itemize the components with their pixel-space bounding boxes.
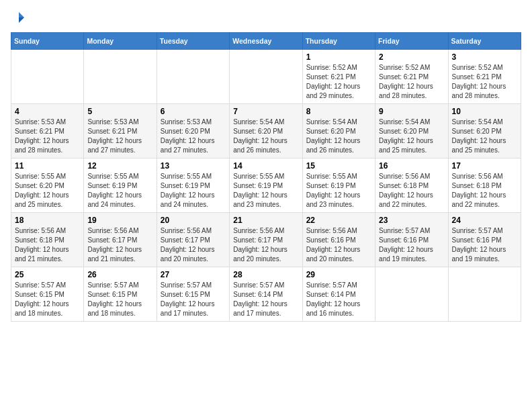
day-info: Sunrise: 5:56 AMSunset: 6:17 PMDaylight:… [87,226,152,264]
day-cell: 6Sunrise: 5:53 AMSunset: 6:20 PMDaylight… [157,104,229,158]
week-row-5: 25Sunrise: 5:57 AMSunset: 6:15 PMDayligh… [11,267,521,322]
week-row-1: 1Sunrise: 5:52 AMSunset: 6:21 PMDaylight… [11,50,521,104]
week-row-4: 18Sunrise: 5:56 AMSunset: 6:18 PMDayligh… [11,213,521,267]
day-info: Sunrise: 5:57 AMSunset: 6:15 PMDaylight:… [15,281,80,318]
day-cell: 8Sunrise: 5:54 AMSunset: 6:20 PMDaylight… [302,104,375,158]
weekday-header-saturday: Saturday [448,33,521,50]
day-number: 29 [306,270,371,279]
day-cell: 3Sunrise: 5:52 AMSunset: 6:21 PMDaylight… [448,50,521,104]
day-cell: 17Sunrise: 5:56 AMSunset: 6:18 PMDayligh… [448,158,521,213]
day-info: Sunrise: 5:57 AMSunset: 6:16 PMDaylight:… [452,226,517,264]
day-info: Sunrise: 5:56 AMSunset: 6:16 PMDaylight:… [306,226,371,264]
day-info: Sunrise: 5:53 AMSunset: 6:21 PMDaylight:… [87,118,152,155]
weekday-header-monday: Monday [84,33,157,50]
day-cell: 28Sunrise: 5:57 AMSunset: 6:14 PMDayligh… [230,267,302,322]
day-number: 1 [306,52,371,62]
day-info: Sunrise: 5:52 AMSunset: 6:21 PMDaylight:… [306,63,371,101]
day-cell: 26Sunrise: 5:57 AMSunset: 6:15 PMDayligh… [84,267,157,322]
day-number: 28 [233,270,298,279]
calendar-table: SundayMondayTuesdayWednesdayThursdayFrid… [11,32,521,322]
day-info: Sunrise: 5:53 AMSunset: 6:20 PMDaylight:… [161,118,226,155]
day-cell: 25Sunrise: 5:57 AMSunset: 6:15 PMDayligh… [11,267,84,322]
day-cell: 2Sunrise: 5:52 AMSunset: 6:21 PMDaylight… [375,50,448,104]
day-number: 9 [379,107,444,116]
day-number: 5 [87,107,152,116]
day-number: 25 [15,270,80,279]
day-info: Sunrise: 5:55 AMSunset: 6:19 PMDaylight:… [161,172,226,210]
day-number: 14 [233,161,298,171]
day-info: Sunrise: 5:57 AMSunset: 6:16 PMDaylight:… [379,226,444,264]
day-info: Sunrise: 5:55 AMSunset: 6:19 PMDaylight:… [306,172,371,210]
day-info: Sunrise: 5:56 AMSunset: 6:18 PMDaylight:… [379,172,444,210]
day-number: 21 [233,216,298,225]
logo-icon [12,11,26,24]
day-number: 27 [161,270,226,279]
day-cell: 24Sunrise: 5:57 AMSunset: 6:16 PMDayligh… [448,213,521,267]
day-number: 18 [15,216,80,225]
day-number: 2 [379,52,444,62]
day-info: Sunrise: 5:57 AMSunset: 6:14 PMDaylight:… [233,281,298,318]
day-number: 19 [87,216,152,225]
day-cell: 13Sunrise: 5:55 AMSunset: 6:19 PMDayligh… [157,158,229,213]
day-cell: 10Sunrise: 5:54 AMSunset: 6:20 PMDayligh… [448,104,521,158]
day-cell: 16Sunrise: 5:56 AMSunset: 6:18 PMDayligh… [375,158,448,213]
day-number: 4 [15,107,80,116]
week-row-2: 4Sunrise: 5:53 AMSunset: 6:21 PMDaylight… [11,104,521,158]
day-cell: 5Sunrise: 5:53 AMSunset: 6:21 PMDaylight… [84,104,157,158]
day-info: Sunrise: 5:57 AMSunset: 6:14 PMDaylight:… [306,281,371,318]
day-cell: 29Sunrise: 5:57 AMSunset: 6:14 PMDayligh… [302,267,375,322]
day-cell: 4Sunrise: 5:53 AMSunset: 6:21 PMDaylight… [11,104,84,158]
day-number: 3 [452,52,517,62]
day-cell: 11Sunrise: 5:55 AMSunset: 6:20 PMDayligh… [11,158,84,213]
day-number: 15 [306,161,371,171]
weekday-header-thursday: Thursday [302,33,375,50]
weekday-header-friday: Friday [375,33,448,50]
day-number: 23 [379,216,444,225]
day-cell [448,267,521,322]
day-cell [84,50,157,104]
day-cell: 7Sunrise: 5:54 AMSunset: 6:20 PMDaylight… [230,104,302,158]
weekday-header-sunday: Sunday [11,33,84,50]
weekday-header-row: SundayMondayTuesdayWednesdayThursdayFrid… [11,33,521,50]
day-info: Sunrise: 5:56 AMSunset: 6:18 PMDaylight:… [452,172,517,210]
day-number: 7 [233,107,298,116]
day-info: Sunrise: 5:56 AMSunset: 6:18 PMDaylight:… [15,226,80,264]
svg-marker-1 [19,17,24,23]
day-cell: 14Sunrise: 5:55 AMSunset: 6:19 PMDayligh… [230,158,302,213]
day-info: Sunrise: 5:54 AMSunset: 6:20 PMDaylight:… [452,118,517,155]
day-cell: 22Sunrise: 5:56 AMSunset: 6:16 PMDayligh… [302,213,375,267]
day-cell [11,50,84,104]
weekday-header-wednesday: Wednesday [230,33,302,50]
day-number: 17 [452,161,517,171]
day-info: Sunrise: 5:55 AMSunset: 6:19 PMDaylight:… [87,172,152,210]
day-cell: 1Sunrise: 5:52 AMSunset: 6:21 PMDaylight… [302,50,375,104]
day-info: Sunrise: 5:55 AMSunset: 6:20 PMDaylight:… [15,172,80,210]
week-row-3: 11Sunrise: 5:55 AMSunset: 6:20 PMDayligh… [11,158,521,213]
day-info: Sunrise: 5:57 AMSunset: 6:15 PMDaylight:… [87,281,152,318]
day-info: Sunrise: 5:52 AMSunset: 6:21 PMDaylight:… [452,63,517,101]
day-number: 6 [161,107,226,116]
day-number: 22 [306,216,371,225]
weekday-header-tuesday: Tuesday [157,33,229,50]
day-number: 12 [87,161,152,171]
day-info: Sunrise: 5:55 AMSunset: 6:19 PMDaylight:… [233,172,298,210]
day-number: 24 [452,216,517,225]
day-number: 20 [161,216,226,225]
day-info: Sunrise: 5:52 AMSunset: 6:21 PMDaylight:… [379,63,444,101]
day-cell: 20Sunrise: 5:56 AMSunset: 6:17 PMDayligh… [157,213,229,267]
day-cell: 19Sunrise: 5:56 AMSunset: 6:17 PMDayligh… [84,213,157,267]
day-number: 8 [306,107,371,116]
svg-marker-0 [19,12,24,17]
day-info: Sunrise: 5:56 AMSunset: 6:17 PMDaylight:… [161,226,226,264]
day-info: Sunrise: 5:53 AMSunset: 6:21 PMDaylight:… [15,118,80,155]
day-info: Sunrise: 5:54 AMSunset: 6:20 PMDaylight:… [379,118,444,155]
day-cell: 18Sunrise: 5:56 AMSunset: 6:18 PMDayligh… [11,213,84,267]
page-header [11,11,521,24]
day-info: Sunrise: 5:56 AMSunset: 6:17 PMDaylight:… [233,226,298,264]
day-info: Sunrise: 5:54 AMSunset: 6:20 PMDaylight:… [306,118,371,155]
logo [11,11,27,24]
day-cell: 21Sunrise: 5:56 AMSunset: 6:17 PMDayligh… [230,213,302,267]
day-number: 16 [379,161,444,171]
day-cell: 23Sunrise: 5:57 AMSunset: 6:16 PMDayligh… [375,213,448,267]
day-cell: 9Sunrise: 5:54 AMSunset: 6:20 PMDaylight… [375,104,448,158]
